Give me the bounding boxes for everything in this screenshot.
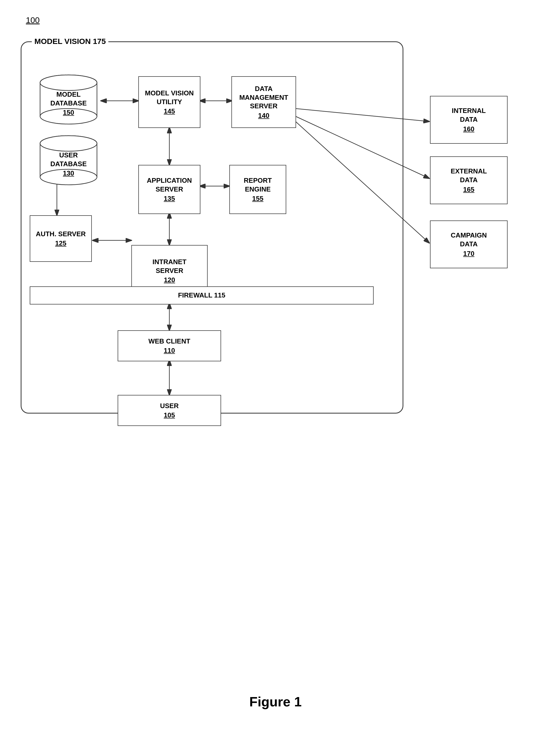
svg-point-23 (40, 136, 97, 151)
intranet-server-number: 120 (164, 276, 175, 284)
auth-server-number: 125 (55, 239, 66, 247)
auth-server: AUTH. SERVER 125 (30, 215, 92, 262)
model-vision-utility: MODEL VISIONUTILITY 145 (138, 76, 200, 128)
campaign-data-label: CAMPAIGNDATA (451, 231, 487, 249)
model-vision-label: MODEL VISION 175 (32, 37, 108, 46)
model-database-label: MODELDATABASE (50, 90, 87, 108)
external-data-label: EXTERNALDATA (451, 167, 487, 185)
model-database: MODELDATABASE 150 (39, 74, 98, 125)
user-database-number: 130 (63, 169, 74, 177)
model-vision-utility-label: MODEL VISIONUTILITY (145, 89, 194, 106)
svg-point-19 (40, 75, 97, 90)
figure-label: Figure 1 (249, 694, 302, 709)
data-management-server-number: 140 (258, 112, 269, 120)
user-database-label: USERDATABASE (50, 151, 87, 169)
model-database-number: 150 (63, 109, 74, 117)
report-engine: REPORTENGINE 155 (229, 165, 286, 214)
report-engine-label: REPORTENGINE (244, 176, 272, 194)
firewall-label: FIREWALL 115 (178, 291, 225, 300)
user-database: USERDATABASE 130 (39, 134, 98, 186)
internal-data-label: INTERNALDATA (452, 106, 486, 124)
report-engine-number: 155 (252, 195, 263, 203)
user-node: USER 105 (118, 395, 221, 426)
auth-server-label: AUTH. SERVER (36, 230, 86, 239)
campaign-data-number: 170 (463, 250, 474, 258)
data-management-server: DATAMANAGEMENTSERVER 140 (231, 76, 296, 128)
internal-data-number: 160 (463, 125, 474, 133)
intranet-server-label: INTRANETSERVER (152, 258, 186, 275)
external-data: EXTERNALDATA 165 (430, 156, 508, 204)
firewall: FIREWALL 115 (30, 286, 374, 304)
internal-data: INTERNALDATA 160 (430, 96, 508, 144)
application-server-label: APPLICATIONSERVER (147, 176, 192, 194)
web-client: WEB CLIENT 110 (118, 330, 221, 361)
user-node-number: 105 (164, 411, 175, 419)
model-vision-utility-number: 145 (164, 107, 175, 115)
application-server: APPLICATIONSERVER 135 (138, 165, 200, 214)
campaign-data: CAMPAIGNDATA 170 (430, 220, 508, 268)
external-data-number: 165 (463, 186, 474, 194)
web-client-label: WEB CLIENT (148, 337, 190, 346)
page-number: 100 (26, 16, 40, 25)
user-node-label: USER (160, 402, 179, 410)
model-database-text: MODELDATABASE 150 (50, 90, 87, 117)
application-server-number: 135 (164, 195, 175, 203)
data-management-server-label: DATAMANAGEMENTSERVER (239, 85, 288, 111)
web-client-number: 110 (164, 347, 175, 355)
user-database-text: USERDATABASE 130 (50, 151, 87, 178)
